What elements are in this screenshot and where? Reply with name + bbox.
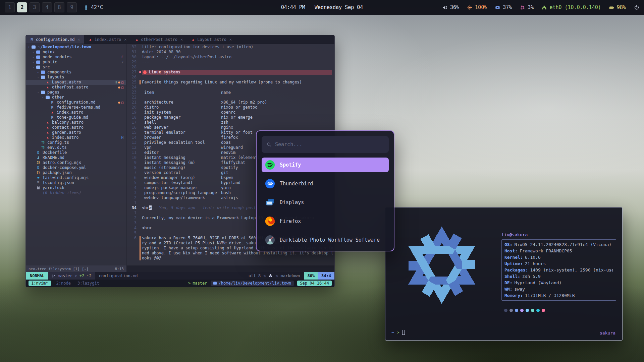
chevron-icon (42, 95, 45, 100)
table-cell: webdev language/framework (142, 195, 219, 200)
status-module[interactable]: 98% (609, 4, 626, 10)
fetch-info-label: Host: (504, 248, 518, 253)
tree-item[interactable]: components (26, 70, 126, 75)
chevron-icon (33, 50, 36, 55)
tree-item[interactable]: env.d.ts (26, 145, 126, 150)
fetch-info-line: Packages:1409 (nix-system), 2590 (nix-us… (504, 267, 613, 273)
buffer-tab[interactable]: index.astro × (85, 35, 131, 44)
workspace-button[interactable]: 4 (42, 2, 52, 12)
table-cell: privilege escalation tool (142, 140, 219, 145)
file-icon (36, 51, 41, 54)
tree-item[interactable]: fediverse-terms.md (26, 105, 126, 110)
file-icon (36, 186, 41, 190)
tree-item[interactable]: (6 hidden items) (26, 190, 126, 195)
close-tab-icon[interactable]: × (180, 37, 183, 42)
file-icon (36, 171, 41, 175)
tmux-window[interactable]: 1:nvim* (29, 281, 51, 286)
close-tab-icon[interactable]: × (78, 37, 80, 42)
tree-item[interactable]: Layout.astro H ● □ (26, 80, 126, 85)
tree-item[interactable]: Dockerfile (26, 150, 126, 155)
tree-item[interactable]: nginx (26, 50, 126, 55)
table-cell: programming/scripting language (142, 190, 219, 195)
workspace-button[interactable]: 8 (54, 2, 64, 12)
power-button[interactable] (634, 5, 639, 10)
close-tab-icon[interactable]: × (229, 37, 232, 42)
status-module[interactable]: 100% (467, 4, 487, 10)
tree-item[interactable]: docker-compose.yml (26, 165, 126, 170)
tree-item[interactable]: package.json (26, 170, 126, 175)
buffer-tab[interactable]: otherPost.astro × (131, 35, 187, 44)
workspace-button[interactable]: 2 (17, 2, 27, 12)
tree-item[interactable]: tsconfig.json (26, 180, 126, 185)
tree-item[interactable]: index.astro (26, 110, 126, 115)
desktop: 123489 42°C 04:44 PM Wednesday Sep 04 (0, 0, 644, 362)
filetype-icon (135, 38, 139, 41)
workspace-button[interactable]: 3 (30, 2, 40, 12)
tree-item[interactable]: src (26, 65, 126, 70)
fetch-info-line: OS:NixOS 24.11.20240828.71e91c4 (Vicuna)… (504, 241, 613, 248)
clock-module[interactable]: 04:44 PM Wednesday Sep 04 (281, 4, 363, 10)
vim-mode: NORMAL (26, 272, 48, 280)
tmux-window[interactable]: 3:lazygit (76, 281, 101, 286)
search-input[interactable]: Search... (262, 136, 389, 153)
tree-item[interactable]: contact.astro (26, 125, 126, 130)
tree-item[interactable]: config.ts (26, 140, 126, 145)
fetch-info-value: zsh 5.9 (522, 274, 541, 279)
spotify-icon (265, 160, 275, 170)
tree-item[interactable]: public ? (26, 60, 126, 65)
shell-prompt[interactable]: ~ > (391, 330, 405, 335)
line-number: 7 (126, 170, 139, 175)
tmux-window[interactable]: 2:node (55, 281, 72, 286)
status-module[interactable]: eth0 (10.0.0.140) (542, 4, 601, 10)
table-cell: openrc (219, 110, 270, 115)
buffer-tab[interactable]: Layout.astro × (187, 35, 236, 44)
tmux-cwd: /home/liv/Development/liv.town (211, 281, 294, 286)
workspace-button[interactable]: 9 (67, 2, 77, 12)
table-cell: compositor (wayland) (142, 180, 219, 185)
launcher-app[interactable]: Firefox (262, 214, 389, 229)
tree-item[interactable]: configuration.md ● □ (26, 100, 126, 105)
app-label: Thunderbird (280, 181, 313, 187)
line-number: 18 (126, 115, 139, 120)
fetch-info-label: Shell: (504, 274, 520, 279)
tree-item[interactable]: index.astro H (26, 135, 126, 140)
tree-item[interactable]: yarn.lock (26, 185, 126, 190)
launcher-app[interactable]: Spotify (262, 158, 389, 172)
tree-item-label: Layout.astro (52, 80, 81, 85)
tree-item[interactable]: tone-guide.md (26, 115, 126, 120)
tree-item[interactable]: astro.config.mjs (26, 160, 126, 165)
git-sign (139, 236, 142, 261)
launcher-app[interactable]: Thunderbird (262, 176, 389, 191)
tree-item[interactable]: balcony.astro (26, 120, 126, 125)
tree-item[interactable]: layouts (26, 75, 126, 80)
line-number: 31 (126, 50, 139, 55)
thermometer-icon (84, 5, 89, 10)
app-launcher: Search... Spotify (256, 130, 394, 251)
fetch-info-line: Uptime:21 hours (504, 260, 613, 267)
status-module[interactable]: 36% (442, 4, 459, 10)
close-tab-icon[interactable]: × (124, 37, 126, 42)
tree-item[interactable]: node_modules E (26, 55, 126, 60)
buffer-tab[interactable]: configuration.md × (26, 35, 85, 44)
tabline: configuration.md × index.astro × otherPo… (26, 35, 334, 44)
app-icon (265, 179, 275, 189)
tree-item[interactable]: garden.astro (26, 130, 126, 135)
table-cell: version control (142, 170, 219, 175)
status-module[interactable]: 37% (495, 4, 512, 10)
line-number: 3 (126, 190, 139, 195)
file-icon (36, 176, 41, 180)
tree-item[interactable]: tailwind.config.mjs (26, 175, 126, 180)
tree-item[interactable]: pages (26, 90, 126, 95)
tree-item[interactable]: ~/Development/liv.town (26, 45, 126, 50)
launcher-app[interactable]: Displays (262, 195, 389, 210)
terminal-window[interactable]: liv@sakura OS:NixOS 24.11.20240828.71e91… (385, 207, 623, 341)
tree-item[interactable]: other (26, 95, 126, 100)
tree-item[interactable]: README.md (26, 155, 126, 160)
git-status-marker: □ (121, 85, 123, 90)
table-cell: zsh (219, 120, 270, 125)
status-module[interactable]: 3% (520, 4, 534, 10)
tree-item[interactable]: otherPost.astro ● □ (26, 85, 126, 90)
workspace-button[interactable]: 1 (5, 2, 15, 12)
table-header-cell: item (142, 90, 219, 95)
launcher-app[interactable]: Darktable Photo Workflow Software (262, 233, 389, 247)
